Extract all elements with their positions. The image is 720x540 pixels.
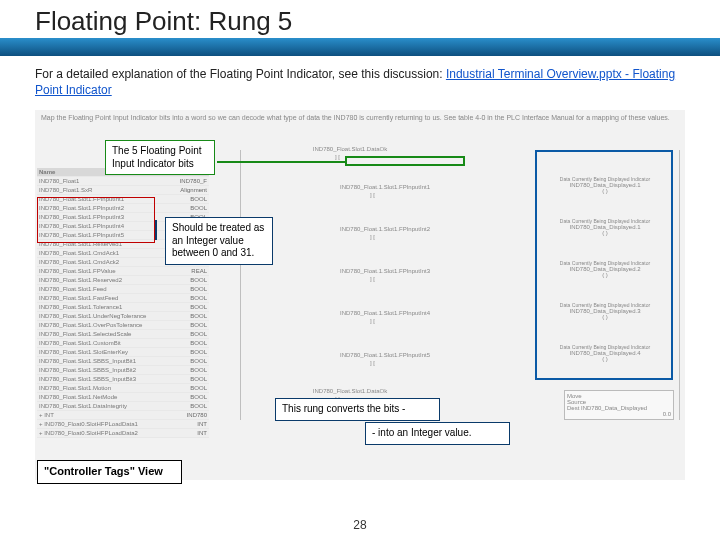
page-number: 28 [0,518,720,532]
table-row: IND780_Float.Slot1.SelectedScaleBOOL [37,330,209,339]
description-lead: For a detailed explanation of the Floati… [35,67,446,81]
table-row: IND780_Float.Slot1.OverPosToleranceBOOL [37,321,209,330]
table-row: IND780_Float.Slot1.Reserved2BOOL [37,276,209,285]
ladder-contact: IND780_Float.1.Slot1.FPInputInt4 [300,310,470,316]
ladder-bottom-contact: IND780_Float.Slot1.DataOk [280,388,420,394]
table-row: IND780_Float.Slot1.SBBS_InputBit3BOOL [37,375,209,384]
ladder-contact: IND780_Float.1.Slot1.FPInputInt1 [300,184,470,190]
slide-root: Floating Point: Rung 5 For a detailed ex… [0,0,720,540]
ladder-contact: IND780_Float.1.Slot1.FPInputInt5 [300,352,470,358]
ladder-left-rail [240,150,241,420]
table-row: + IND780_Float0.SlotHFPLoadData1INT [37,420,209,429]
ladder-right-rail [679,150,680,420]
table-row: IND780_Float1.SxRAlignment [37,186,209,195]
diagram-caption: Map the Floating Point Input Indicator b… [35,110,685,125]
table-row: IND780_Float.Slot1.SlotEnterKeyBOOL [37,348,209,357]
table-row: IND780_Float.Slot1.SBBS_InputBit2BOOL [37,366,209,375]
callout-integer-value: Should be treated as an Integer value be… [165,217,273,265]
ladder-top-contact: IND780_Float.Slot1.DataOk [280,146,420,152]
table-row: IND780_Float1IND780_F [37,177,209,186]
table-row: + IND780_Float0.SlotHFPLoadData2INT [37,429,209,438]
leader-line-green [217,161,345,163]
ladder-contact: IND780_Float.1.Slot1.FPInputInt2 [300,226,470,232]
move-instruction-block: Move Source Dest IND780_Data_Displayed 0… [564,390,674,420]
red-highlight-tags [37,197,155,243]
table-row: IND780_Float.Slot1.Tolerance1BOOL [37,303,209,312]
table-row: IND780_Float.Slot1.FastFeedBOOL [37,294,209,303]
move-dest: IND780_Data_Displayed [581,405,647,411]
callout-indicator-bits: The 5 Floating Point Input Indicator bit… [105,140,215,175]
title-accent-bar [0,38,720,56]
green-highlight-top [345,156,465,166]
title-bar: Floating Point: Rung 5 [0,0,720,58]
slide-title: Floating Point: Rung 5 [35,6,292,37]
leader-line-integer [155,220,157,240]
table-row: IND780_Float.Slot1.NetModeBOOL [37,393,209,402]
callout-controller-tags-view: "Controller Tags" View [37,460,182,484]
callout-into-integer: - into an Integer value. [365,422,510,445]
table-row: IND780_Float.Slot1.FeedBOOL [37,285,209,294]
diagram-area: Map the Floating Point Input Indicator b… [35,110,685,480]
move-dest-label: Dest [567,405,579,411]
table-row: IND780_Float.Slot1.SBBS_InputBit1BOOL [37,357,209,366]
move-value: 0.0 [567,411,671,417]
table-row: IND780_Float.Slot1.MotionBOOL [37,384,209,393]
blue-highlight-coils [535,150,673,380]
table-row: IND780_Float.Slot1.UnderNegToleranceBOOL [37,312,209,321]
callout-rung-converts: This rung converts the bits - [275,398,440,421]
table-row: + INTIND780 [37,411,209,420]
table-row: IND780_Float.Slot1.FPValueREAL [37,267,209,276]
table-row: IND780_Float.Slot1.CustomBitBOOL [37,339,209,348]
description-text: For a detailed explanation of the Floati… [35,66,685,98]
ladder-contact: IND780_Float.1.Slot1.FPInputInt3 [300,268,470,274]
table-row: IND780_Float.Slot1.DataIntegrityBOOL [37,402,209,411]
